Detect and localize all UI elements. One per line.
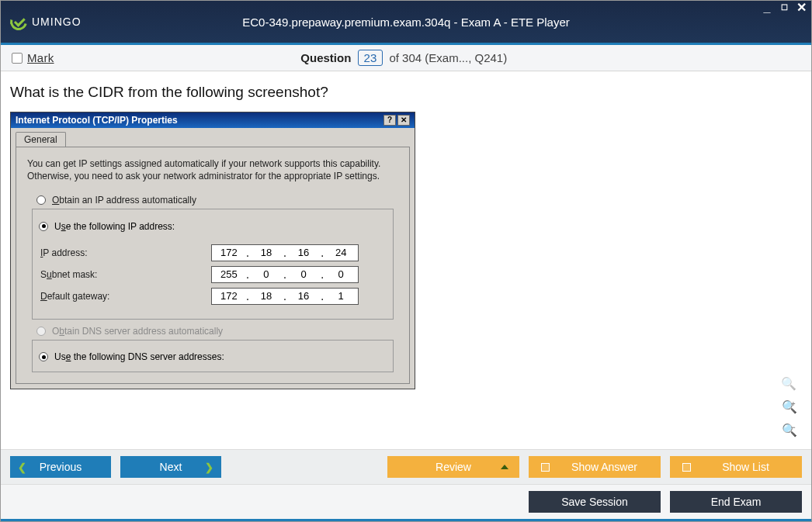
row-subnet-mask: Subnet mask: 255. 0. 0. 0 (40, 266, 385, 283)
exam-context: (Exam..., Q241) (425, 51, 507, 64)
radio-icon (39, 222, 48, 231)
show-list-label: Show List (702, 461, 789, 473)
primary-toolbar: ❮ Previous Next ❯ Review Show Answer Sho… (1, 449, 811, 484)
show-answer-label: Show Answer (560, 461, 648, 473)
of-label: of (389, 51, 399, 64)
checkbox-icon (12, 53, 23, 64)
dialog-help-button[interactable]: ? (383, 115, 396, 126)
default-gateway-input[interactable]: 172. 18. 16. 1 (211, 288, 359, 305)
dialog-description: You can get IP settings assigned automat… (27, 157, 398, 182)
question-content: What is the CIDR from the following scre… (1, 71, 811, 449)
previous-label: Previous (40, 461, 82, 473)
tab-general[interactable]: General (16, 132, 66, 147)
window-controls: _ ☐ ✕ (760, 2, 808, 15)
radio-icon (36, 195, 46, 205)
chevron-left-icon: ❮ (18, 462, 26, 473)
radio-use-ip[interactable]: Use the following IP address: (37, 221, 176, 232)
zoom-controls: 🔍 🔍+ 🔍− (780, 375, 797, 438)
subnet-mask-input[interactable]: 255. 0. 0. 0 (211, 266, 359, 283)
zoom-out-button[interactable]: 🔍− (780, 421, 797, 438)
question-text: What is the CIDR from the following scre… (10, 84, 802, 101)
radio-icon (39, 352, 48, 361)
logo-checkmark-icon (7, 10, 30, 33)
ip-fieldset: Use the following IP address: IP address… (32, 209, 394, 320)
total-questions: 304 (402, 51, 422, 64)
checkbox-icon (682, 463, 691, 472)
minimize-button[interactable]: _ (760, 2, 774, 15)
review-label: Review (435, 461, 471, 473)
save-session-label: Save Session (561, 496, 628, 508)
next-button[interactable]: Next ❯ (120, 456, 221, 478)
show-list-button[interactable]: Show List (670, 456, 802, 478)
next-label: Next (160, 461, 182, 473)
dialog-title-bar: Internet Protocol (TCP/IP) Properties ? … (11, 112, 415, 128)
app-logo: UMINGO (10, 13, 82, 30)
end-exam-button[interactable]: End Exam (670, 491, 802, 513)
dialog-close-button[interactable]: ✕ (397, 115, 410, 126)
previous-button[interactable]: ❮ Previous (10, 456, 111, 478)
zoom-in-button[interactable]: 🔍+ (780, 398, 797, 415)
tcpip-properties-dialog: Internet Protocol (TCP/IP) Properties ? … (10, 112, 415, 389)
triangle-up-icon (501, 465, 508, 469)
dns-fieldset: Use the following DNS server addresses: (32, 340, 394, 373)
question-number-box[interactable]: 23 (358, 50, 383, 66)
row-default-gateway: Default gateway: 172. 18. 16. 1 (40, 288, 385, 305)
window-title: EC0-349.prepaway.premium.exam.304q - Exa… (1, 16, 811, 29)
show-answer-button[interactable]: Show Answer (529, 456, 661, 478)
title-bar: UMINGO EC0-349.prepaway.premium.exam.304… (1, 1, 811, 43)
dialog-title: Internet Protocol (TCP/IP) Properties (16, 115, 383, 126)
end-exam-label: End Exam (711, 496, 762, 508)
mark-label: ark (37, 51, 54, 64)
search-icon[interactable]: 🔍 (780, 375, 797, 392)
radio-obtain-dns: Obtain DNS server address automatically (36, 326, 398, 337)
mark-checkbox[interactable]: Mark (12, 51, 54, 64)
radio-use-dns[interactable]: Use the following DNS server addresses: (37, 351, 226, 362)
brand-text: UMINGO (32, 16, 82, 28)
question-label: Question (300, 51, 351, 64)
chevron-right-icon: ❯ (205, 462, 213, 473)
row-ip-address: IP address: 172. 18. 16. 24 (40, 244, 385, 261)
question-position: Question 23 of 304 (Exam..., Q241) (54, 50, 754, 66)
radio-obtain-ip[interactable]: Obtain an IP address automatically (36, 195, 398, 206)
bottom-accent-bar (1, 519, 811, 521)
maximize-button[interactable]: ☐ (777, 2, 791, 15)
save-session-button[interactable]: Save Session (529, 491, 661, 513)
close-button[interactable]: ✕ (794, 2, 808, 15)
checkbox-icon (541, 463, 550, 472)
tab-general-panel: You can get IP settings assigned automat… (16, 147, 410, 384)
dialog-body: General You can get IP settings assigned… (11, 128, 415, 389)
radio-icon (36, 327, 46, 336)
dialog-tabstrip: General (16, 132, 410, 147)
secondary-toolbar: Save Session End Exam (1, 484, 811, 519)
question-header: Mark Question 23 of 304 (Exam..., Q241) (1, 45, 811, 71)
review-button[interactable]: Review (387, 456, 519, 478)
ip-address-input[interactable]: 172. 18. 16. 24 (211, 244, 359, 261)
